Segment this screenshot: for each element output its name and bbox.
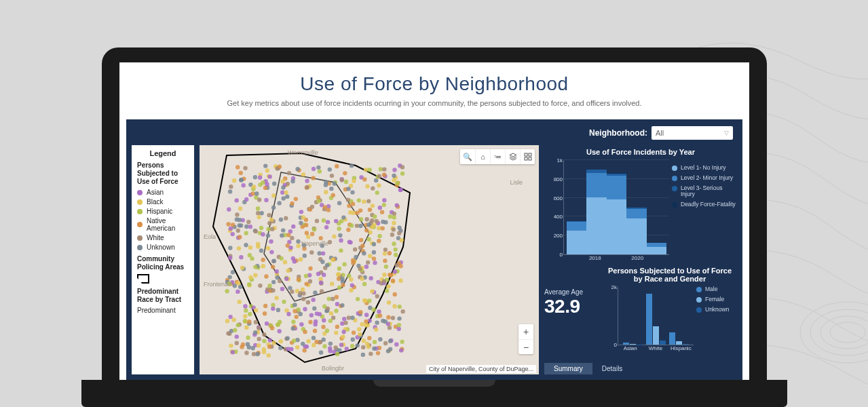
home-icon[interactable]: ⌂ — [475, 149, 490, 164]
svg-point-503 — [392, 215, 396, 219]
svg-point-452 — [364, 319, 368, 324]
bar-group[interactable] — [646, 294, 666, 345]
bar-column[interactable] — [607, 173, 626, 254]
chart1-legend: Level 1- No InjuryLevel 2- Minor InjuryL… — [672, 161, 736, 212]
svg-point-652 — [303, 330, 307, 334]
svg-point-456 — [391, 316, 395, 320]
bar-column[interactable] — [567, 221, 586, 254]
svg-point-280 — [227, 208, 231, 212]
legend-item: Hispanic — [137, 208, 189, 215]
svg-point-308 — [342, 317, 346, 321]
svg-point-528 — [284, 191, 288, 195]
svg-point-393 — [225, 289, 229, 293]
svg-point-571 — [296, 239, 300, 244]
svg-point-686 — [289, 347, 293, 351]
svg-point-534 — [253, 330, 257, 334]
svg-point-132 — [341, 215, 345, 219]
svg-point-634 — [337, 227, 341, 231]
svg-point-508 — [398, 264, 402, 268]
svg-point-68 — [364, 313, 369, 317]
search-icon[interactable]: 🔍 — [460, 149, 475, 164]
svg-point-541 — [301, 297, 305, 301]
svg-point-431 — [293, 309, 297, 313]
svg-point-683 — [287, 171, 291, 175]
svg-point-472 — [335, 295, 339, 299]
polygon-icon — [137, 274, 149, 284]
neighborhood-filter-label: Neighborhood: — [589, 128, 647, 138]
svg-point-450 — [231, 350, 235, 354]
svg-point-690 — [286, 312, 290, 316]
zoom-out-button[interactable]: − — [518, 339, 533, 354]
svg-point-194 — [362, 338, 366, 343]
svg-point-548 — [261, 258, 265, 262]
svg-point-464 — [248, 225, 252, 229]
svg-point-166 — [295, 345, 299, 349]
svg-point-699 — [257, 326, 261, 330]
svg-point-584 — [267, 353, 271, 357]
svg-point-580 — [351, 202, 355, 206]
svg-point-516 — [302, 243, 306, 247]
svg-point-27 — [312, 167, 316, 171]
legend-item: Black — [137, 198, 189, 206]
zoom-in-button[interactable]: + — [518, 324, 533, 339]
svg-point-637 — [297, 277, 301, 282]
svg-point-663 — [266, 246, 270, 250]
layers-legend-icon[interactable]: ≔ — [490, 149, 505, 164]
svg-point-73 — [392, 178, 396, 182]
svg-rect-707 — [529, 157, 531, 160]
svg-point-547 — [400, 165, 404, 169]
tab-summary[interactable]: Summary — [544, 363, 592, 374]
svg-point-105 — [299, 220, 303, 225]
svg-point-252 — [281, 196, 285, 200]
svg-point-155 — [324, 225, 328, 229]
svg-point-116 — [372, 250, 376, 254]
svg-point-83 — [225, 319, 229, 323]
bar-column[interactable] — [626, 208, 646, 254]
bar-group[interactable] — [623, 343, 643, 345]
svg-point-585 — [235, 334, 239, 338]
bar-group[interactable] — [669, 332, 689, 345]
svg-point-563 — [357, 327, 361, 331]
svg-point-564 — [231, 222, 235, 227]
svg-point-281 — [299, 322, 303, 326]
legend-swatch — [137, 222, 143, 227]
svg-point-633 — [398, 188, 402, 192]
svg-point-661 — [369, 351, 373, 355]
basemap-icon[interactable] — [520, 149, 535, 164]
svg-point-214 — [263, 304, 267, 308]
page-title: Use of Force by Neighborhood — [126, 73, 742, 95]
svg-point-655 — [373, 214, 377, 218]
svg-point-427 — [392, 174, 396, 178]
chart-legend-item: Female — [696, 296, 737, 303]
svg-point-469 — [261, 264, 265, 268]
svg-point-221 — [305, 179, 309, 183]
svg-point-565 — [256, 244, 260, 248]
svg-point-323 — [320, 260, 324, 264]
bar-column[interactable] — [586, 170, 606, 254]
tab-details[interactable]: Details — [592, 363, 633, 374]
svg-point-582 — [358, 310, 362, 314]
svg-point-591 — [284, 277, 288, 281]
svg-point-123 — [228, 189, 232, 193]
svg-point-351 — [228, 315, 232, 319]
svg-point-395 — [243, 166, 247, 170]
svg-point-575 — [315, 311, 319, 315]
svg-point-356 — [231, 317, 235, 322]
svg-point-504 — [261, 232, 265, 236]
svg-point-567 — [350, 223, 354, 227]
svg-point-106 — [335, 302, 339, 306]
svg-point-665 — [240, 265, 244, 269]
svg-point-610 — [353, 247, 357, 251]
svg-point-667 — [350, 283, 354, 287]
average-age-stat: Average Age 32.9 — [544, 288, 597, 363]
svg-point-559 — [377, 234, 381, 238]
svg-point-685 — [382, 173, 386, 177]
bar-column[interactable] — [647, 243, 666, 254]
svg-point-560 — [381, 226, 385, 230]
map-svg — [200, 145, 539, 374]
svg-point-649 — [362, 251, 366, 255]
layers-icon[interactable] — [505, 149, 520, 164]
neighborhood-dropdown[interactable]: All ▽ — [652, 126, 733, 140]
svg-point-616 — [239, 171, 243, 175]
map-panel[interactable]: Warrenville Lisle Eola Naperville Fronte… — [200, 145, 539, 374]
